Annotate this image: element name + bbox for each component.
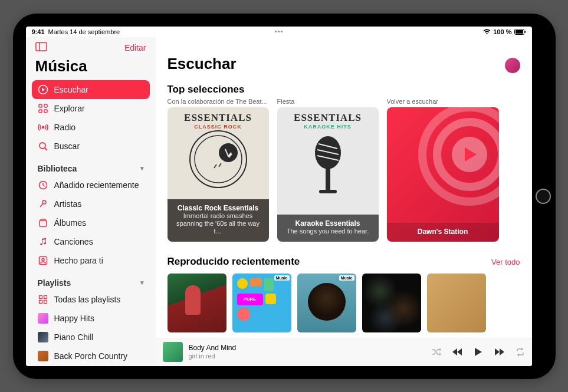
playlists-section-header[interactable]: Playlists ▾ (32, 270, 150, 290)
sidebar-item-radio[interactable]: Radio (32, 118, 150, 137)
clock-icon (38, 180, 48, 190)
sidebar-item-label: Añadido recientemente (54, 180, 139, 190)
recently-played-row[interactable]: Music PURE Music (168, 269, 532, 332)
sidebar-toggle-icon[interactable] (35, 42, 47, 54)
top-pick-card[interactable]: Fiesta ESSENTIALS KARAOKE HITS Karaoke E… (277, 97, 379, 242)
status-date: Martes 14 de septiembre (48, 28, 120, 35)
sidebar-item-label: Buscar (54, 141, 80, 151)
pick-subtitle: Fiesta (277, 97, 379, 107)
svg-point-25 (219, 143, 238, 162)
sidebar-item-search[interactable]: Buscar (32, 137, 150, 156)
sidebar-item-label: Piano Chill (54, 332, 94, 342)
playlist-thumb (38, 313, 48, 324)
chevron-down-icon: ▾ (140, 164, 144, 172)
artwork-title: ESSENTIALS (277, 112, 379, 124)
edit-button[interactable]: Editar (124, 43, 146, 52)
now-playing-artwork[interactable] (163, 342, 183, 362)
top-picks-row[interactable]: Con la colaboración de The Beatles ESSEN… (168, 97, 532, 242)
svg-rect-19 (39, 295, 42, 298)
sidebar-item-playlist-back-porch[interactable]: Back Porch Country (32, 347, 150, 365)
svg-rect-1 (516, 30, 523, 34)
svg-point-23 (190, 131, 247, 187)
ipad-device-frame: 9:41 Martes 14 de septiembre 100 % (13, 14, 556, 379)
recent-tile[interactable] (168, 274, 226, 332)
svg-rect-9 (44, 110, 47, 113)
home-button[interactable] (536, 189, 551, 204)
svg-point-10 (42, 126, 44, 128)
recent-tile[interactable] (362, 274, 421, 332)
sidebar-item-label: Todas las playlists (54, 295, 121, 304)
shuffle-button[interactable] (432, 347, 441, 357)
svg-line-15 (40, 203, 43, 207)
previous-button[interactable] (452, 347, 462, 357)
pick-caption-title: Karaoke Essentials (283, 219, 373, 228)
music-badge: Music (339, 275, 354, 281)
sidebar-item-made-for-you[interactable]: Hecho para ti (32, 251, 150, 270)
now-playing-bar[interactable]: Body And Mind girl in red (156, 338, 532, 366)
status-time: 9:41 (32, 28, 45, 35)
play-button[interactable] (473, 347, 484, 357)
recent-tile[interactable]: Music (297, 274, 356, 332)
sidebar-item-label: Hecho para ti (54, 256, 103, 265)
battery-icon (514, 29, 526, 35)
sidebar-item-label: Álbumes (54, 218, 86, 228)
profile-avatar[interactable] (505, 58, 520, 73)
svg-rect-22 (44, 300, 47, 303)
sidebar-item-label: Escuchar (54, 85, 88, 94)
top-pick-card[interactable]: Con la colaboración de The Beatles ESSEN… (168, 97, 269, 242)
pick-subtitle: Con la colaboración de The Beatles (168, 97, 269, 107)
app-title: Música (32, 57, 150, 80)
next-button[interactable] (494, 347, 505, 357)
sidebar: Editar Música Escuchar Explorar Radio (26, 37, 156, 366)
sidebar-item-artists[interactable]: Artistas (32, 195, 150, 213)
now-playing-artist: girl in red (189, 353, 426, 360)
svg-line-12 (45, 148, 47, 150)
top-pick-card[interactable]: Volver a escuchar Dawn's Station (387, 97, 499, 242)
sidebar-item-label: Happy Hits (54, 314, 94, 323)
playlist-thumb (38, 351, 48, 361)
sidebar-item-albums[interactable]: Álbumes (32, 213, 150, 232)
recent-tile[interactable]: Music PURE (232, 274, 291, 332)
sidebar-item-label: Explorar (54, 104, 85, 113)
multitask-handle[interactable] (271, 31, 287, 33)
battery-percent: 100 % (493, 28, 511, 35)
see-all-button[interactable]: Ver todo (491, 258, 520, 266)
svg-rect-28 (319, 190, 337, 193)
grid-icon (38, 103, 48, 114)
sidebar-item-browse[interactable]: Explorar (32, 99, 150, 118)
chevron-down-icon: ▾ (140, 279, 144, 286)
pick-caption-sub: The songs you need to hear. (283, 228, 373, 235)
top-picks-title: Top selecciones (168, 80, 532, 97)
sidebar-item-label: Artistas (54, 199, 82, 209)
person-square-icon (38, 255, 48, 266)
album-icon (38, 218, 48, 228)
playlist-grid-icon (38, 294, 48, 305)
sidebar-item-listen-now[interactable]: Escuchar (32, 80, 150, 99)
music-note-icon (38, 236, 48, 247)
page-title: Escuchar (168, 55, 237, 73)
pick-caption-title: Dawn's Station (393, 228, 493, 236)
svg-rect-2 (524, 31, 526, 33)
sidebar-item-recently-added[interactable]: Añadido recientemente (32, 176, 150, 195)
svg-rect-7 (44, 104, 47, 107)
svg-rect-6 (39, 104, 42, 107)
library-section-header[interactable]: Biblioteca ▾ (32, 156, 150, 176)
sidebar-item-playlist-piano-chill[interactable]: Piano Chill (32, 328, 150, 347)
sidebar-item-label: Back Porch Country (54, 351, 128, 361)
main-content: Escuchar Top selecciones Con la colabora… (156, 37, 532, 366)
artwork-title: ESSENTIALS (168, 112, 269, 124)
repeat-button[interactable] (516, 347, 525, 357)
sidebar-item-playlist-happy-hits[interactable]: Happy Hits (32, 309, 150, 328)
sidebar-item-songs[interactable]: Canciones (32, 232, 150, 251)
now-playing-title: Body And Mind (189, 344, 426, 352)
svg-rect-27 (326, 167, 330, 191)
svg-rect-21 (39, 300, 42, 303)
sidebar-item-all-playlists[interactable]: Todas las playlists (32, 290, 150, 309)
svg-rect-8 (39, 110, 42, 113)
search-icon (38, 141, 48, 151)
microphone-icon (38, 199, 48, 209)
section-title: Biblioteca (38, 164, 77, 173)
play-circle-icon (38, 84, 48, 95)
recent-tile[interactable] (427, 274, 486, 332)
svg-rect-20 (44, 295, 47, 298)
